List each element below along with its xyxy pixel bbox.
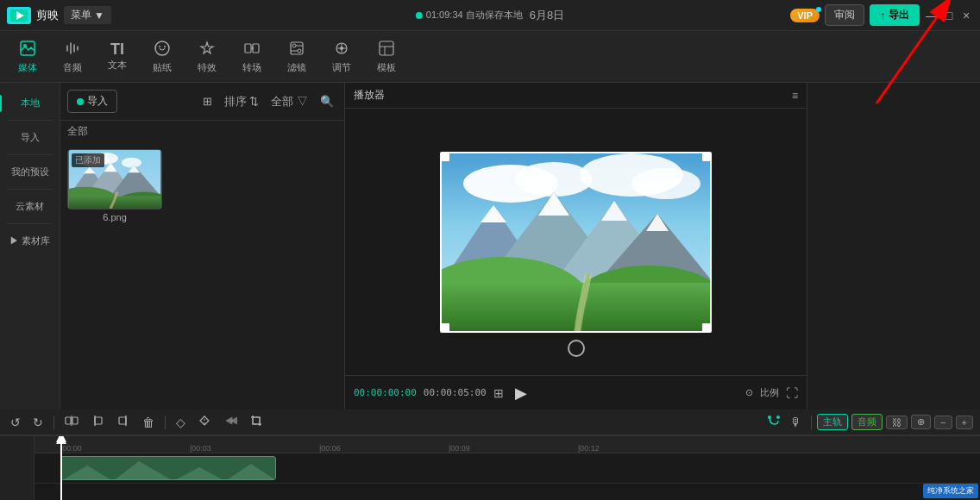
titlebar-right: VIP 审阅 ↑ 导出 — □ × <box>790 4 973 26</box>
video-clip[interactable] <box>60 456 276 480</box>
cloud-label: 云素材 <box>16 200 44 213</box>
right-panel <box>807 83 980 409</box>
time-current: 00:00:00:00 <box>354 387 417 398</box>
svg-point-18 <box>122 158 141 168</box>
svg-rect-14 <box>380 41 393 55</box>
undo-button[interactable]: ↺ <box>7 414 24 431</box>
magnet-button[interactable] <box>763 412 783 432</box>
sticker-label: 贴纸 <box>153 61 172 74</box>
preview-menu-icon[interactable]: ≡ <box>792 90 798 102</box>
list-item[interactable]: 已添加 6.png <box>67 149 162 222</box>
minimize-button[interactable]: — <box>925 9 939 22</box>
review-button[interactable]: 审阅 <box>825 4 864 26</box>
plus-button[interactable]: + <box>956 416 973 429</box>
sidebar-item-import[interactable]: 导入 <box>0 124 60 151</box>
media-thumbnail: 已添加 <box>67 149 162 209</box>
time-total: 00:00:05:00 <box>424 387 487 398</box>
svg-rect-48 <box>95 417 102 424</box>
sticker-icon <box>154 40 171 59</box>
audio-icon <box>64 40 81 59</box>
media-toolbar-right: ⊞ 排序 ⇅ 全部 ▽ 🔍 <box>199 92 337 111</box>
media-grid: 已添加 6.png <box>67 149 337 222</box>
added-badge: 已添加 <box>72 153 104 167</box>
tool-sticker[interactable]: 贴纸 <box>141 36 183 78</box>
delete-button[interactable]: 🗑 <box>139 414 158 431</box>
template-icon <box>378 40 395 59</box>
sort-button[interactable]: 排序 ⇅ <box>221 92 263 111</box>
tool-template[interactable]: 模板 <box>366 36 407 78</box>
toolbar-separator-1 <box>53 416 54 429</box>
audio-track-button[interactable]: 音频 <box>851 414 883 430</box>
svg-point-10 <box>292 44 296 47</box>
titlebar-center: 01:09:34 自动保存本地 6月8日 <box>416 8 564 23</box>
video-track[interactable] <box>35 453 980 484</box>
ratio-label-button[interactable]: 比例 <box>760 386 779 399</box>
export-button[interactable]: ↑ 导出 <box>870 4 920 26</box>
audio-track[interactable] <box>35 484 980 500</box>
adjust-icon <box>333 40 350 59</box>
media-icon <box>19 40 36 59</box>
vip-badge: VIP <box>790 9 820 22</box>
speed-button[interactable] <box>220 412 241 432</box>
filter-icon <box>288 40 305 59</box>
tool-filter[interactable]: 滤镜 <box>276 36 317 78</box>
playhead[interactable] <box>60 436 62 500</box>
transition-icon <box>243 40 261 59</box>
sidebar-item-library[interactable]: ▶ 素材库 <box>0 228 60 254</box>
mic-button[interactable]: 🎙 <box>787 414 806 431</box>
redo-button[interactable]: ↻ <box>29 414 47 431</box>
vip-dot <box>816 7 821 12</box>
grid-view-button[interactable]: ⊞ <box>199 93 216 109</box>
timeline-content[interactable]: |00:00 |00:03 |00:06 |00:09 |00:12 <box>35 436 980 500</box>
mirror-button[interactable] <box>194 412 215 432</box>
svg-point-5 <box>159 46 160 47</box>
sidebar-item-local[interactable]: 本地 <box>0 90 60 116</box>
keyframe-button[interactable]: ◇ <box>173 414 189 431</box>
rotate-handle[interactable] <box>568 340 585 357</box>
tool-text[interactable]: TI 文本 <box>97 38 138 75</box>
link-track-button[interactable]: ⛓ <box>886 416 908 429</box>
trim-end-button[interactable] <box>113 412 134 432</box>
preview-header: 播放器 ≡ <box>345 83 807 109</box>
crop-button[interactable] <box>246 412 267 432</box>
restore-button[interactable]: □ <box>942 9 956 22</box>
video-track-button[interactable]: 主轨 <box>817 414 848 430</box>
titlebar: 剪映 菜单 ▼ 01:09:34 自动保存本地 6月8日 VIP 审阅 ↑ 导出… <box>0 0 980 31</box>
filter-button[interactable]: 全部 ▽ <box>267 92 311 111</box>
minus-button[interactable]: − <box>934 416 952 429</box>
media-toolbar: 导入 ⊞ 排序 ⇅ 全部 ▽ 🔍 <box>60 83 344 121</box>
tool-media[interactable]: 媒体 <box>7 36 48 78</box>
svg-rect-7 <box>245 44 251 53</box>
video-frame <box>440 152 712 333</box>
close-button[interactable]: × <box>959 9 973 22</box>
trim-start-button[interactable] <box>87 412 108 432</box>
sidebar-item-cloud[interactable]: 云素材 <box>0 193 60 220</box>
import-label: 导入 <box>21 131 40 144</box>
track-labels <box>0 436 35 500</box>
fullscreen-button[interactable]: ⛶ <box>786 386 798 400</box>
effects-label: 特效 <box>198 61 217 74</box>
app-logo <box>7 7 31 24</box>
sidebar-divider-2 <box>7 154 53 155</box>
aspect-ratio-icon: ⊙ <box>745 387 753 397</box>
all-media-label: 全部 <box>60 121 344 142</box>
media-filename: 6.png <box>67 212 162 222</box>
split-track-button[interactable]: ⊕ <box>911 415 931 429</box>
search-button[interactable]: 🔍 <box>317 93 337 109</box>
import-button[interactable]: 导入 <box>67 90 117 113</box>
sidebar-item-preset[interactable]: 我的预设 <box>0 159 60 185</box>
menu-button[interactable]: 菜单 ▼ <box>64 6 111 24</box>
corner-tl <box>441 153 449 161</box>
split-button[interactable] <box>61 412 82 432</box>
play-button[interactable]: ▶ <box>511 383 531 403</box>
tool-effects[interactable]: 特效 <box>186 36 228 78</box>
tool-adjust[interactable]: 调节 <box>321 36 362 78</box>
preview-controls: 00:00:00:00 00:00:05:00 ⊞ ▶ ⊙ 比例 ⛶ <box>345 375 807 409</box>
svg-point-4 <box>155 41 169 55</box>
tool-audio[interactable]: 音频 <box>52 36 93 78</box>
ratio-button[interactable]: ⊙ <box>745 387 753 398</box>
preview-video-area <box>345 109 807 375</box>
ruler-mark-6: |00:06 <box>319 444 341 453</box>
local-label: 本地 <box>21 97 40 109</box>
tool-transition[interactable]: 转场 <box>231 36 273 78</box>
